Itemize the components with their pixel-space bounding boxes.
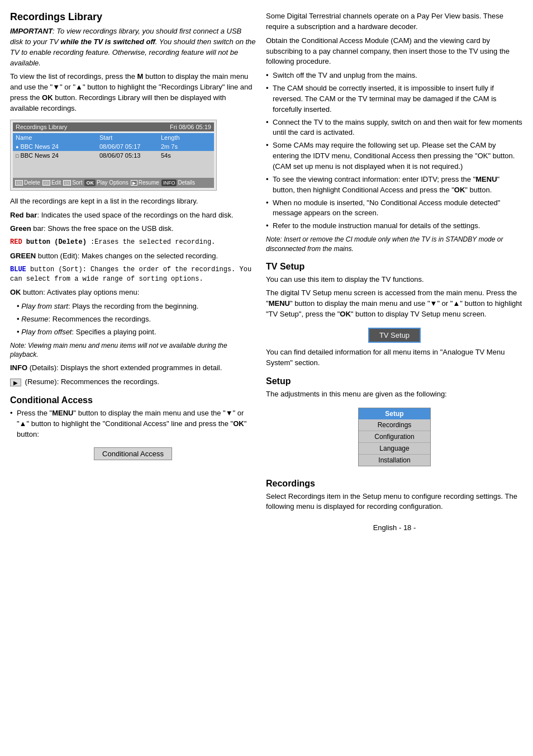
cam-bullet-list: Switch off the TV and unplug from the ma… — [266, 70, 523, 231]
col-name-header: Name — [16, 134, 99, 141]
details-btn: INFODetails — [161, 179, 195, 186]
setup-menu-item-language: Language — [359, 443, 430, 455]
cam-item-6: When no module is inserted, "No Conditio… — [266, 198, 523, 219]
right-column: Some Digital Terrestrial channels operat… — [266, 11, 523, 745]
table-row: ●BBC News 24 08/06/07 05:17 2m 7s — [13, 142, 214, 151]
page-number: English - 18 - — [266, 523, 523, 532]
tv-setup-body3: You can find detailed information for al… — [266, 347, 523, 368]
setup-menu-item-recordings: Recordings — [359, 419, 430, 431]
red-bar-text: Red bar: Indicates the used space of the… — [10, 210, 256, 221]
play-option-2: • Resume: Recommences the recordings. — [17, 314, 256, 325]
resume-icon: ▶ — [10, 379, 21, 386]
cam-item-3: Connect the TV to the mains supply, swit… — [266, 117, 523, 139]
setup-menu-item-installation: Installation — [359, 455, 430, 466]
important-text: IMPORTANT: To view recordings library, y… — [10, 26, 256, 68]
conditional-access-list: Press the "MENU" button to display the m… — [10, 408, 256, 440]
recordings-table: Recordings Library Fri 08/06 05:19 Name … — [10, 120, 217, 191]
setup-menu-wrapper: Setup Recordings Configuration Language … — [266, 403, 523, 471]
table-row: □BBC News 24 08/06/07 05:13 54s — [13, 151, 214, 160]
ok-btn-text: OK button: Activates play options menu: — [10, 287, 256, 298]
green-btn-text: GREEN button (Edit): Makes changes on th… — [10, 251, 256, 262]
recordings-library-heading: Recordings Library — [10, 11, 256, 23]
row1-length: 2m 7s — [161, 143, 200, 150]
tv-setup-body2: The digital TV Setup menu screen is acce… — [266, 288, 523, 320]
conditional-access-heading: Conditional Access — [10, 395, 256, 405]
table-body: Name Start Length ●BBC News 24 08/06/07 … — [13, 133, 214, 178]
play-option-3: • Play from offset: Specifies a playing … — [17, 327, 256, 338]
tv-setup-menu-wrapper: TV Setup — [266, 323, 523, 347]
green-bar-text: Green bar: Shows the free space on the U… — [10, 224, 256, 234]
row2-name: □BBC News 24 — [16, 152, 99, 159]
tv-setup-menu-label: TV Setup — [379, 331, 410, 339]
conditional-access-menu-box: Conditional Access — [94, 447, 172, 460]
row1-start: 08/06/07 05:17 — [99, 143, 161, 150]
intro-text: Some Digital Terrestrial channels operat… — [266, 11, 523, 32]
tv-setup-heading: TV Setup — [266, 262, 523, 272]
ok-play-btn: OKPlay Options — [84, 179, 128, 186]
cam-item-1: Switch off the TV and unplug from the ma… — [266, 70, 523, 81]
table-header: Recordings Library Fri 08/06 05:19 — [13, 122, 214, 131]
row2-length: 54s — [161, 152, 200, 159]
info-text: INFO (Details): Displays the short exten… — [10, 363, 256, 374]
delete-btn: □Delete — [15, 179, 40, 186]
play-option-1: • Play from start: Plays the recording f… — [17, 301, 256, 312]
table-title: Recordings Library — [16, 124, 67, 130]
row1-name: ●BBC News 24 — [16, 143, 99, 150]
table-col-headers: Name Start Length — [13, 133, 214, 142]
sort-btn: □Sort — [63, 179, 82, 186]
red-btn-text: RED button (Delete) :Erases the selected… — [10, 238, 256, 247]
cam-item-7: Refer to the module instruction manual f… — [266, 221, 523, 231]
cam-item-2: The CAM should be correctly inserted, it… — [266, 83, 523, 115]
tv-setup-body1: You can use this item to display the TV … — [266, 275, 523, 285]
setup-menu-box: Setup Recordings Configuration Language … — [358, 408, 431, 466]
setup-body1: The adjustments in this menu are given a… — [266, 389, 523, 400]
recordings-section-body1: Select Recordings item in the Setup menu… — [266, 492, 523, 513]
all-recordings-text: All the recordings are kept in a list in… — [10, 196, 256, 207]
cam-item-4: Some CAMs may require the following set … — [266, 140, 523, 172]
ca-item-1: Press the "MENU" button to display the m… — [10, 408, 256, 440]
tv-setup-menu-box: TV Setup — [368, 328, 421, 343]
resume-btn: ▶Resume — [131, 179, 159, 186]
table-date: Fri 08/06 05:19 — [170, 124, 211, 130]
edit-btn: □Edit — [42, 179, 61, 186]
play-options-list: • Play from start: Plays the recording f… — [10, 301, 256, 338]
conditional-access-menu-wrapper: Conditional Access — [10, 443, 256, 465]
row2-start: 08/06/07 05:13 — [99, 152, 161, 159]
recordings-section-heading: Recordings — [266, 479, 523, 489]
table-footer: □Delete □Edit □Sort OKPlay Options ▶Resu… — [13, 178, 214, 188]
setup-heading: Setup — [266, 376, 523, 386]
recordings-body-text: To view the list of recordings, press th… — [10, 72, 256, 114]
col-start-header: Start — [99, 134, 161, 141]
note-playback: Note: Viewing main menu and menu items w… — [10, 341, 256, 360]
note-ci: Note: Insert or remove the CI module onl… — [266, 235, 523, 254]
left-column: Recordings Library IMPORTANT: To view re… — [10, 11, 256, 745]
setup-menu-item-configuration: Configuration — [359, 431, 430, 443]
cam-item-5: To see the viewing contract information:… — [266, 174, 523, 196]
resume-text: ▶ (Resume): Recommences the recordings. — [10, 377, 256, 388]
setup-menu-title: Setup — [359, 408, 430, 419]
obtain-text: Obtain the Conditional Access Module (CA… — [266, 36, 523, 68]
conditional-access-menu-label: Conditional Access — [102, 450, 164, 458]
blue-btn-text: BLUE button (Sort): Changes the order of… — [10, 265, 256, 285]
col-length-header: Length — [161, 134, 200, 141]
